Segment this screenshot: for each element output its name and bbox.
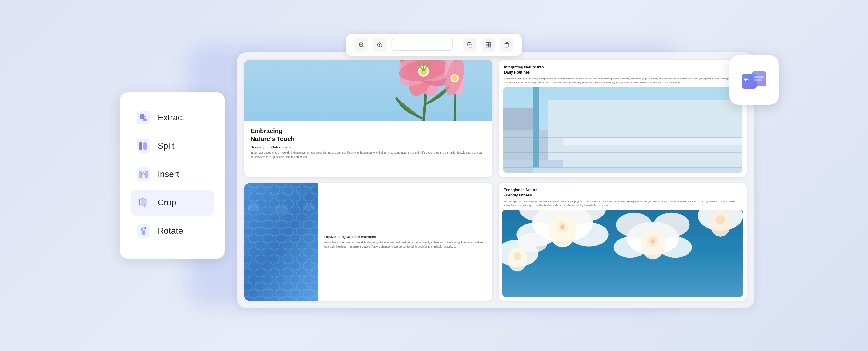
page2-image [503,87,742,173]
svg-rect-9 [489,43,491,45]
page3-layout: Rejuvenating Outdoor Activities In our f… [244,183,493,300]
svg-rect-27 [142,230,145,235]
crop-icon [136,195,151,210]
sidebar-panel: Extract Split [120,92,225,259]
page4-body: Another approach is to engage in outdoor… [503,200,742,207]
split-icon [136,139,151,153]
svg-rect-21 [145,171,148,178]
svg-rect-67 [244,183,318,300]
pdf-page-2[interactable]: Integrating Nature IntoDaily Routines Fo… [499,60,747,177]
svg-rect-7 [469,44,472,48]
page2-title: Integrating Nature IntoDaily Routines [504,65,741,75]
page1-image [244,60,493,121]
layout-button[interactable] [482,38,495,52]
page2-body: For those with busy schedules, incorpora… [504,77,741,84]
page3-text: Rejuvenating Outdoor Activities In our f… [318,183,493,300]
svg-rect-20 [139,171,142,178]
svg-point-46 [452,76,457,81]
sidebar-item-crop[interactable]: Crop [131,190,214,215]
svg-line-4 [381,46,382,47]
svg-point-41 [429,60,432,63]
main-container: Extract Split [65,25,803,326]
page1-subtitle: Bringing the Outdoors In [251,145,486,149]
svg-rect-54 [563,138,743,145]
zoom-in-button[interactable] [373,38,386,52]
page3-body: In our fast-paced modern world, finding … [324,240,486,249]
svg-rect-51 [503,108,533,130]
toolbar [346,34,522,56]
page1-content: EmbracingNature's Touch Bringing the Out… [244,121,493,177]
split-label: Split [158,141,174,151]
svg-rect-11 [489,45,491,48]
page4-image [502,210,743,297]
svg-rect-16 [139,142,142,150]
page4-title: Engaging in Nature-Friendly Fitness [503,187,742,198]
sidebar-item-insert[interactable]: Insert [131,161,214,187]
copy-button[interactable] [463,38,477,52]
pdf-viewer: EmbracingNature's Touch Bringing the Out… [237,52,754,308]
svg-point-76 [304,203,314,211]
svg-rect-10 [486,45,488,48]
svg-rect-52 [533,87,539,173]
svg-line-1 [362,46,363,47]
svg-point-94 [650,239,655,243]
pdf-page-1[interactable]: EmbracingNature's Touch Bringing the Out… [244,60,493,177]
svg-rect-17 [144,142,147,150]
insert-label: Insert [158,169,179,179]
svg-point-97 [716,215,725,224]
crop-label: Crop [158,198,176,207]
page3-subtitle: Rejuvenating Outdoor Activities [324,235,486,239]
insert-icon [136,167,151,182]
pdf-page-3[interactable]: Rejuvenating Outdoor Activities In our f… [244,183,493,300]
svg-rect-50 [503,130,548,160]
zoom-out-button[interactable] [354,38,368,52]
sidebar-item-rotate[interactable]: Rotate [131,218,214,244]
toolbar-divider [458,40,458,50]
page2-header: Integrating Nature IntoDaily Routines Fo… [499,60,747,87]
svg-rect-8 [486,43,488,45]
page1-body: In our fast-paced modern world, finding … [251,151,486,159]
page-input[interactable] [392,39,453,51]
svg-point-75 [275,205,287,213]
delete-button[interactable] [500,38,514,52]
svg-rect-25 [141,200,145,204]
svg-point-101 [514,253,521,260]
page3-image [244,183,318,300]
sidebar-item-split[interactable]: Split [131,133,214,159]
extract-label: Extract [158,113,184,122]
rotate-icon [136,224,151,238]
page4-header: Engaging in Nature-Friendly Fitness Anot… [499,183,747,210]
svg-point-40 [415,60,418,63]
pdf-page-4[interactable]: Engaging in Nature-Friendly Fitness Anot… [499,183,747,300]
rotate-label: Rotate [158,226,183,236]
svg-rect-48 [548,100,742,173]
svg-rect-104 [752,71,767,86]
svg-rect-55 [548,152,742,160]
svg-rect-56 [533,168,742,173]
sidebar-item-extract[interactable]: Extract [131,105,214,130]
svg-point-74 [248,204,259,211]
floating-card [730,55,779,105]
page1-title: EmbracingNature's Touch [251,127,486,143]
svg-point-86 [561,225,564,229]
extract-icon [136,110,151,125]
